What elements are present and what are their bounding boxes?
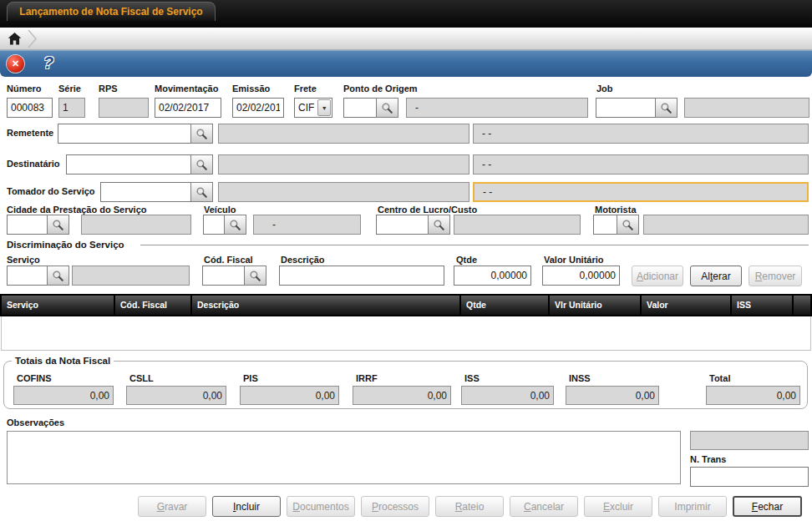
valor-unitario-input[interactable]: [542, 266, 620, 286]
servico-search-button[interactable]: [47, 266, 69, 286]
col-servico[interactable]: Serviço: [2, 296, 114, 315]
search-icon: [622, 219, 634, 231]
frete-select[interactable]: CIF ▼: [294, 98, 332, 118]
col-iss[interactable]: ISS: [732, 296, 792, 315]
movimentacao-input[interactable]: [155, 98, 221, 118]
motorista-search-button[interactable]: [617, 215, 639, 235]
job-input[interactable]: [596, 98, 656, 118]
motorista-input[interactable]: [593, 215, 617, 235]
col-descricao[interactable]: Descrição: [192, 296, 459, 315]
col-cod-fiscal[interactable]: Cód. Fiscal: [115, 296, 190, 315]
tomador-search-button[interactable]: [190, 182, 213, 202]
remetente-input[interactable]: [58, 124, 191, 144]
processos-button[interactable]: Processos: [361, 496, 429, 517]
destinatario-label: Destinatário: [7, 159, 60, 169]
remover-button[interactable]: Remover: [749, 266, 802, 286]
qtde-label: Qtde: [456, 255, 477, 265]
frete-dropdown-icon[interactable]: ▼: [317, 99, 331, 116]
emissao-input[interactable]: [232, 98, 284, 118]
search-icon: [249, 270, 261, 282]
documentos-button[interactable]: Documentos: [287, 496, 355, 517]
cidade-input[interactable]: [7, 215, 48, 235]
veiculo-input[interactable]: [203, 215, 225, 235]
help-icon[interactable]: ?: [40, 53, 57, 74]
csll-label: CSLL: [129, 373, 154, 383]
tomador-input[interactable]: [100, 182, 191, 202]
veiculo-desc: -: [253, 215, 361, 235]
inss-value: [566, 386, 659, 405]
ponto-origem-input[interactable]: [343, 98, 377, 118]
centro-lucro-input[interactable]: [376, 215, 429, 235]
descricao-input[interactable]: [279, 266, 444, 286]
movimentacao-label: Movimentação: [155, 83, 218, 94]
search-icon: [433, 219, 445, 231]
servico-input[interactable]: [7, 266, 48, 286]
csll-value: [126, 386, 226, 405]
search-icon: [195, 186, 208, 199]
irrf-label: IRRF: [356, 373, 378, 383]
ntrans-input[interactable]: [690, 467, 809, 487]
numero-input[interactable]: [7, 98, 53, 118]
close-icon[interactable]: ✕: [7, 55, 24, 73]
destinatario-search-button[interactable]: [190, 154, 213, 175]
centro-lucro-label: Centro de Lucro/Custo: [378, 205, 477, 215]
centro-lucro-search-button[interactable]: [428, 215, 450, 235]
ponto-origem-search-button[interactable]: [376, 98, 398, 118]
col-extra: [794, 296, 810, 315]
cancelar-button[interactable]: Cancelar: [510, 496, 578, 517]
valor-unitario-label: Valor Unitário: [544, 255, 604, 265]
motorista-desc: [643, 215, 809, 235]
iss-value: [461, 386, 554, 405]
alterar-button[interactable]: Alterar: [690, 266, 742, 286]
observacoes-textarea[interactable]: [7, 431, 681, 484]
total-label: Total: [709, 373, 730, 383]
cofins-value: [13, 386, 114, 405]
cidade-desc: [81, 215, 191, 235]
job-search-button[interactable]: [655, 98, 678, 118]
col-vlr-unitario[interactable]: Vlr Unitário: [550, 296, 640, 315]
col-valor[interactable]: Valor: [642, 296, 730, 315]
items-table-header: Serviço Cód. Fiscal Descrição Qtde Vlr U…: [0, 294, 812, 316]
destinatario-input[interactable]: [66, 154, 191, 175]
fechar-button[interactable]: Fechar: [733, 496, 802, 517]
serie-label: Série: [58, 83, 81, 94]
adicionar-button[interactable]: Adicionar: [632, 266, 683, 286]
discriminacao-title: Discriminação do Serviço: [7, 240, 124, 250]
veiculo-search-button[interactable]: [224, 215, 246, 235]
breadcrumb: [0, 28, 812, 50]
window-tab-title: Lançamento de Nota Fiscal de Serviço: [19, 6, 202, 18]
remetente-label: Remetente: [7, 128, 53, 138]
rateio-button[interactable]: Rateio: [435, 496, 504, 517]
job-desc: [684, 98, 809, 118]
cod-fiscal-input[interactable]: [202, 266, 245, 286]
totais-title: Totais da Nota Fiscal: [12, 356, 114, 366]
col-qtde[interactable]: Qtde: [461, 296, 548, 315]
pis-value: [240, 386, 339, 405]
window-tab[interactable]: Lançamento de Nota Fiscal de Serviço: [7, 2, 216, 21]
cofins-label: COFINS: [17, 373, 52, 383]
tomador-label: Tomador do Serviço: [7, 186, 95, 196]
items-table-body[interactable]: [1, 316, 811, 351]
qtde-input[interactable]: [454, 266, 531, 286]
remetente-extra: - -: [473, 124, 809, 144]
incluir-button[interactable]: Incluir: [212, 496, 281, 517]
gravar-button[interactable]: Gravar: [138, 496, 206, 517]
observacoes-label: Observações: [7, 417, 64, 427]
search-icon: [195, 159, 208, 171]
search-icon: [229, 219, 241, 231]
chevron-right-icon: [28, 30, 38, 48]
remetente-search-button[interactable]: [190, 124, 213, 144]
search-icon: [660, 102, 672, 114]
tomador-extra: - -: [473, 182, 809, 202]
cidade-label: Cidade da Prestação do Serviço: [7, 205, 147, 215]
inss-label: INSS: [569, 373, 591, 383]
destinatario-extra: - -: [473, 154, 809, 175]
search-icon: [52, 270, 64, 282]
total-value: [706, 386, 800, 405]
tomador-name: [218, 182, 469, 202]
cod-fiscal-search-button[interactable]: [244, 266, 266, 286]
excluir-button[interactable]: Excluir: [584, 496, 652, 517]
cidade-search-button[interactable]: [47, 215, 69, 235]
imprimir-button[interactable]: Imprimir: [658, 496, 727, 517]
home-icon[interactable]: [8, 32, 22, 46]
